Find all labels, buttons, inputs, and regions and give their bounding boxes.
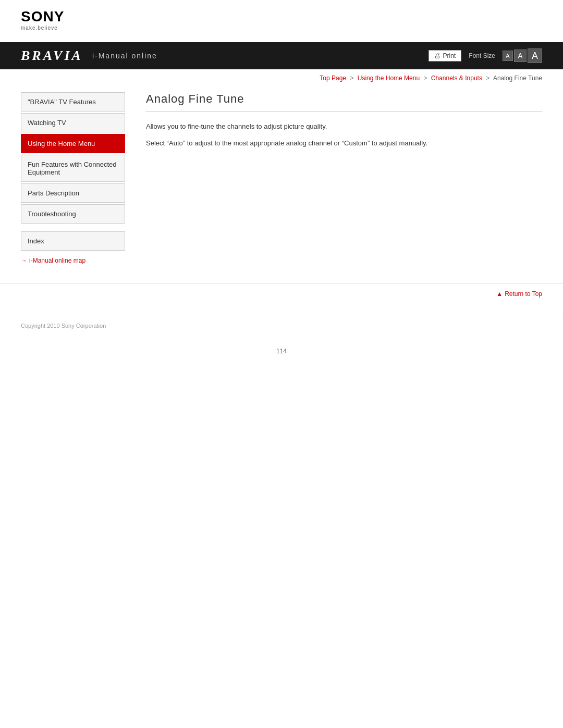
return-arrow-icon: ▲ xyxy=(496,290,503,298)
font-medium-button[interactable]: A xyxy=(514,50,527,62)
sidebar-item-watching-tv[interactable]: Watching TV xyxy=(21,113,125,132)
breadcrumb-home-menu[interactable]: Using the Home Menu xyxy=(358,75,420,82)
article-para1: Allows you to fine-tune the channels to … xyxy=(146,121,542,132)
page-number: 114 xyxy=(0,337,563,365)
breadcrumb-sep1: > xyxy=(350,75,353,82)
sidebar-item-parts-description[interactable]: Parts Description xyxy=(21,183,125,203)
breadcrumb: Top Page > Using the Home Menu > Channel… xyxy=(0,69,563,87)
return-bar: ▲ Return to Top xyxy=(0,283,563,303)
breadcrumb-channels[interactable]: Channels & Inputs xyxy=(431,75,482,82)
sidebar-item-index[interactable]: Index xyxy=(21,231,125,251)
sidebar: "BRAVIA" TV Features Watching TV Using t… xyxy=(21,87,125,267)
banner-left: BRAVIA i-Manual online xyxy=(21,48,157,64)
print-button[interactable]: 🖨 Print xyxy=(429,50,462,61)
sidebar-divider xyxy=(21,225,125,231)
article-para2: Select “Auto” to adjust to the most appr… xyxy=(146,138,542,149)
bravia-logo: BRAVIA xyxy=(21,48,83,64)
sidebar-item-troubleshooting[interactable]: Troubleshooting xyxy=(21,204,125,224)
print-icon: 🖨 xyxy=(434,52,440,59)
copyright-text: Copyright 2010 Sony Corporation xyxy=(21,323,106,329)
sony-logo: SONY make.believe xyxy=(21,9,542,31)
banner: BRAVIA i-Manual online 🖨 Print Font Size… xyxy=(0,42,563,69)
imanual-subtitle: i-Manual online xyxy=(92,52,157,60)
imanual-map-link[interactable]: →i-Manual online map xyxy=(21,254,125,267)
breadcrumb-sep2: > xyxy=(423,75,427,82)
font-large-button[interactable]: A xyxy=(528,48,542,63)
font-small-button[interactable]: A xyxy=(503,51,513,61)
banner-right: 🖨 Print Font Size A A A xyxy=(429,48,542,63)
arrow-icon: → xyxy=(21,257,27,264)
sidebar-item-bravia-features[interactable]: "BRAVIA" TV Features xyxy=(21,92,125,112)
font-size-controls: A A A xyxy=(503,48,542,63)
breadcrumb-current: Analog Fine Tune xyxy=(493,75,542,82)
sidebar-item-home-menu[interactable]: Using the Home Menu xyxy=(21,134,125,153)
footer: Copyright 2010 Sony Corporation xyxy=(0,314,563,337)
font-size-label: Font Size xyxy=(469,52,495,59)
top-bar: SONY make.believe xyxy=(0,0,563,36)
main-content: "BRAVIA" TV Features Watching TV Using t… xyxy=(0,87,563,267)
article: Analog Fine Tune Allows you to fine-tune… xyxy=(136,87,542,267)
sidebar-item-fun-features[interactable]: Fun Features with Connected Equipment xyxy=(21,155,125,182)
article-title: Analog Fine Tune xyxy=(146,92,542,112)
breadcrumb-sep3: > xyxy=(486,75,489,82)
bottom-space xyxy=(0,365,563,626)
return-to-top-link[interactable]: ▲ Return to Top xyxy=(496,290,542,298)
breadcrumb-top-page[interactable]: Top Page xyxy=(320,75,346,82)
